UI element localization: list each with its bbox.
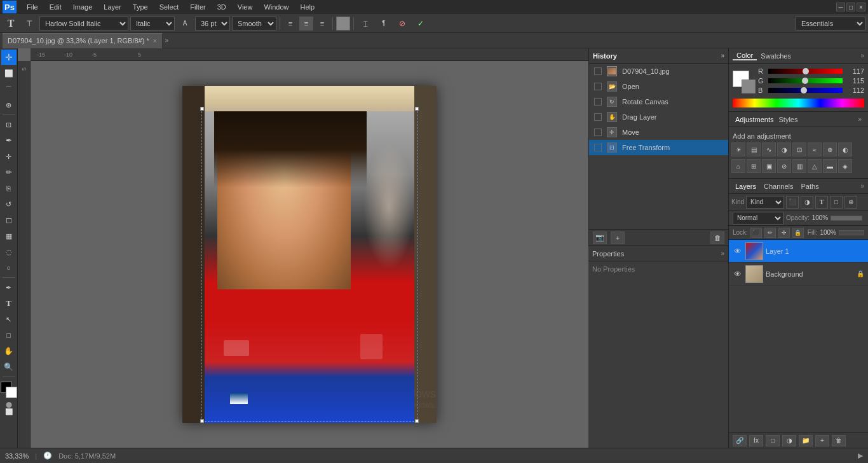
commit-text-btn[interactable]: ✓ [412, 16, 429, 31]
clone-tool[interactable]: ⎘ [1, 181, 17, 196]
text-color-swatch[interactable] [336, 17, 350, 31]
menu-type[interactable]: Type [128, 2, 153, 12]
eraser-tool[interactable]: ◻ [1, 212, 17, 228]
color-panel-expand[interactable]: » [860, 52, 864, 59]
menu-help[interactable]: Help [295, 2, 320, 12]
adj-curves[interactable]: ∿ [762, 142, 776, 156]
layer-kind-select[interactable]: Kind [746, 196, 784, 209]
layer-visibility-bg[interactable]: 👁 [733, 269, 743, 279]
history-item-open[interactable]: 📂 Open [589, 79, 728, 94]
layers-tab[interactable]: Layers [733, 183, 759, 190]
layer-mask-btn[interactable]: □ [766, 435, 780, 446]
channels-tab[interactable]: Channels [761, 183, 796, 190]
layer-filter-pixel-btn[interactable]: ⬛ [786, 196, 799, 209]
menu-filter[interactable]: Filter [185, 2, 210, 12]
layer-item-1[interactable]: 👁 Layer 1 [729, 240, 868, 263]
history-delete-btn[interactable]: 🗑 [710, 232, 724, 244]
lock-all-btn[interactable]: 🔒 [792, 228, 804, 238]
adj-hsl[interactable]: ≈ [808, 142, 822, 156]
workspace-select[interactable]: Essentials [796, 17, 865, 31]
color-g-track[interactable] [768, 78, 843, 83]
adjustments-tab[interactable]: Adjustments [733, 116, 776, 123]
canvas-document[interactable] [182, 86, 437, 423]
fill-slider[interactable] [839, 230, 864, 235]
screen-mode-btn[interactable]: ⬜ [1, 408, 17, 415]
history-checkbox-5[interactable] [594, 128, 602, 136]
layer-filter-text-btn[interactable]: T [815, 196, 828, 209]
menu-edit[interactable]: Edit [44, 2, 67, 12]
zoom-level[interactable]: 33,33% [5, 452, 29, 460]
gradient-tool[interactable]: ▦ [1, 228, 17, 244]
lasso-tool[interactable]: ⌒ [1, 81, 17, 97]
history-item-move[interactable]: ✛ Move [589, 125, 728, 140]
character-panel-btn[interactable]: ¶ [376, 16, 392, 31]
adj-photofilter[interactable]: ⌂ [731, 159, 745, 173]
color-tab[interactable]: Color [733, 52, 757, 60]
color-r-track[interactable] [768, 69, 843, 74]
history-state-indicator[interactable]: 🕐 [43, 452, 52, 460]
opacity-slider[interactable] [831, 216, 862, 221]
adj-selective[interactable]: ◈ [838, 159, 852, 173]
lock-transparent-btn[interactable]: ⬛ [750, 228, 762, 238]
shape-tool[interactable]: □ [1, 328, 17, 343]
lock-position-btn[interactable]: ✛ [778, 228, 790, 238]
layer-visibility-1[interactable]: 👁 [733, 246, 743, 256]
layer-link-btn[interactable]: 🔗 [733, 435, 747, 446]
menu-file[interactable]: File [22, 2, 43, 12]
history-checkbox-3[interactable] [594, 98, 602, 106]
warp-text-btn[interactable]: ⌶ [357, 16, 374, 31]
quick-mask-btn[interactable]: ⬤ [1, 401, 17, 408]
history-create-new-btn[interactable]: + [611, 232, 625, 244]
canvas-content[interactable] [31, 61, 588, 448]
history-brush-tool[interactable]: ↺ [1, 197, 17, 212]
properties-expand[interactable]: » [721, 250, 724, 257]
text-tool-btn[interactable]: T [3, 16, 19, 31]
styles-tab[interactable]: Styles [776, 116, 801, 123]
adjustments-expand[interactable]: » [855, 116, 864, 123]
history-item-snapshot[interactable]: D07904_10.jpg [589, 64, 728, 79]
quickselect-tool[interactable]: ⊛ [1, 97, 17, 113]
menu-3d[interactable]: 3D [212, 2, 231, 12]
history-item-drag[interactable]: ✋ Drag Layer [589, 109, 728, 125]
adj-colorlookup[interactable]: ▣ [762, 159, 776, 173]
history-item-rotate[interactable]: ↻ Rotate Canvas [589, 94, 728, 109]
blend-mode-select[interactable]: Normal [733, 212, 783, 225]
adj-colorbalance[interactable]: ⊕ [823, 142, 837, 156]
font-family-select[interactable]: Harlow Solid Italic [39, 17, 128, 31]
pen-tool[interactable]: ✒ [1, 280, 17, 295]
close-button[interactable]: × [857, 3, 865, 11]
tabbar-expand[interactable]: » [165, 37, 169, 44]
history-checkbox-1[interactable] [594, 67, 602, 75]
document-tab-close[interactable]: × [153, 38, 157, 45]
history-expand-btn[interactable]: » [721, 52, 724, 59]
align-right-btn[interactable]: ≡ [315, 17, 329, 31]
brush-tool[interactable]: ✏ [1, 165, 17, 180]
color-g-thumb[interactable] [802, 78, 808, 84]
paths-tab[interactable]: Paths [799, 183, 822, 190]
swatches-tab[interactable]: Swatches [757, 52, 795, 60]
color-b-track[interactable] [768, 88, 843, 93]
layer-new-btn[interactable]: + [815, 435, 829, 446]
maximize-button[interactable]: □ [846, 3, 855, 11]
menu-view[interactable]: View [233, 2, 258, 12]
anti-alias-select[interactable]: Smooth [232, 17, 276, 31]
font-style-select[interactable]: Italic [130, 17, 175, 31]
font-size-select[interactable]: 36 pt [195, 17, 230, 31]
history-new-snapshot-btn[interactable]: 📷 [593, 232, 607, 244]
hand-tool[interactable]: ✋ [1, 343, 17, 359]
cancel-text-btn[interactable]: ⊘ [394, 16, 410, 31]
adj-invert[interactable]: ⊘ [777, 159, 791, 173]
adj-channelmixer[interactable]: ⊞ [747, 159, 761, 173]
background-color[interactable] [6, 387, 17, 398]
menu-layer[interactable]: Layer [98, 2, 126, 12]
marquee-tool[interactable]: ⬜ [1, 66, 17, 81]
text-orientation-btn[interactable]: ⊤ [21, 16, 37, 31]
adj-posterize[interactable]: ▥ [792, 159, 806, 173]
canvas-area[interactable]: -15 -10 -5 5 5 [18, 48, 588, 448]
adj-blackwhite[interactable]: ◐ [838, 142, 852, 156]
menu-image[interactable]: Image [68, 2, 98, 12]
layer-group-btn[interactable]: 📁 [799, 435, 813, 446]
layer-item-background[interactable]: 👁 Background 🔒 [729, 263, 868, 286]
adj-threshold[interactable]: △ [808, 159, 822, 173]
align-left-btn[interactable]: ≡ [283, 17, 297, 31]
